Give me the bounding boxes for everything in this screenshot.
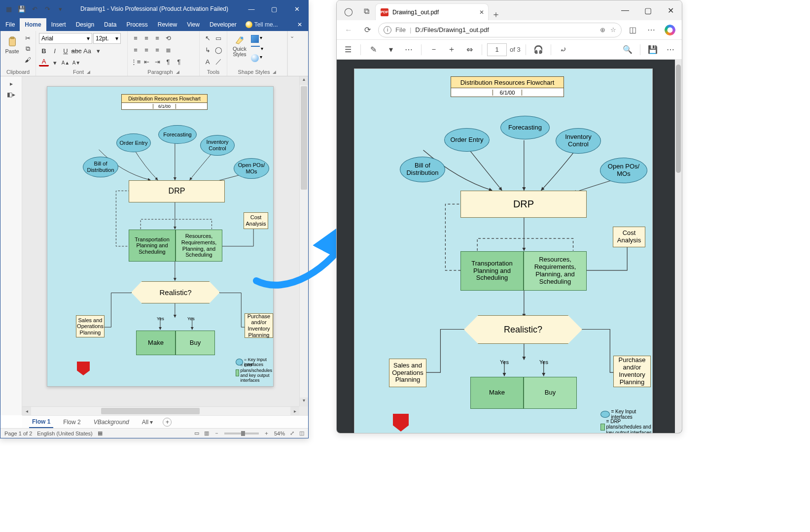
node-transport[interactable]: Transportation Planning and Scheduling [129,230,176,262]
zoom-out-button[interactable]: － [214,430,219,437]
tab-developer[interactable]: Developer [205,18,242,31]
font-case-button[interactable]: ▾ [93,46,103,56]
shape-fill-button[interactable]: ▾ [251,35,263,43]
node-open-po[interactable]: Open POs/ MOs [234,158,269,179]
ellipse-tool-button[interactable]: ◯ [213,45,223,55]
shrink-font-button[interactable]: A▼ [71,58,81,67]
shapes-stencil-icon[interactable]: ◧▸ [7,91,15,98]
page-tab-all[interactable]: All ▾ [139,417,156,428]
copy-icon[interactable]: ⧉ [23,44,33,54]
justify-button[interactable]: ≣ [163,45,173,55]
grow-font-button[interactable]: A▲ [61,58,70,67]
page-tab-vbackground[interactable]: VBackground [91,417,132,428]
node-inventory[interactable]: Inventory Control [200,135,235,156]
add-page-button[interactable]: + [163,418,172,427]
nav-back-button[interactable]: ← [341,22,356,38]
dec-indent-button[interactable]: ⇤ [141,57,151,66]
align-center-button[interactable]: ≡ [141,45,151,55]
tab-close-icon[interactable]: ✕ [479,9,484,16]
shape-line-button[interactable]: ▾ [251,46,263,51]
bold-button[interactable]: B [39,46,49,56]
node-cost[interactable]: Cost Analysis [244,212,268,229]
tell-me[interactable]: Tell me... [242,18,282,31]
tab-home[interactable]: Home [20,18,46,31]
edge-close-button[interactable]: ✕ [659,0,682,20]
pdf-scroll-thumb[interactable] [676,65,681,173]
status-language[interactable]: English (United States) [37,431,93,436]
inc-indent-button[interactable]: ⇥ [152,57,162,66]
node-realistic[interactable]: Realistic? [131,281,220,303]
format-painter-icon[interactable]: 🖌 [23,55,33,65]
copilot-icon[interactable] [662,22,678,38]
para-spacing-button[interactable]: ¶ [163,57,173,66]
tab-file[interactable]: File [0,18,20,31]
node-forecasting[interactable]: Forecasting [158,125,197,144]
pointer-tool-button[interactable]: ↖ [203,33,212,43]
node-resources[interactable]: Resources, Requirements, Planning, and S… [176,230,222,262]
shapes-pane-collapsed[interactable]: ▸ ◧▸ [0,76,22,415]
horizontal-scrollbar[interactable]: ◂▸ [22,406,299,415]
view-normal-icon[interactable]: ▥ [204,430,209,436]
address-bar[interactable]: i File | D:/Files/Drawing1_out.pdf ⊕ ☆ [378,23,622,37]
save-icon[interactable]: 💾 [645,42,660,57]
zoom-in-button[interactable]: ＋ [264,430,269,437]
pdf-viewport[interactable]: Distribution Resources Flowchart 6/1/00 … [337,60,682,433]
zoom-out-icon[interactable]: － [426,42,441,57]
maximize-button[interactable]: ▢ [263,5,285,13]
orientation-button[interactable]: ⟲ [163,33,173,43]
ribbon-close-icon[interactable]: ✕ [291,18,308,31]
vscroll-thumb[interactable] [301,86,307,190]
align-top-button[interactable]: ≡ [131,33,141,43]
pdf-vertical-scrollbar[interactable] [675,60,682,433]
tab-process[interactable]: Process [121,18,152,31]
text-highlight-button[interactable]: Aa [82,46,92,56]
node-purchase[interactable]: Purchase and/or Inventory Planning [245,313,273,338]
node-drp[interactable]: DRP [129,180,225,202]
settings-more-icon[interactable]: ⋯ [643,22,659,38]
zoom-slider[interactable] [224,432,259,434]
read-aloud-icon[interactable]: 🎧 [531,42,546,57]
page-tab-flow2[interactable]: Flow 2 [60,417,83,428]
node-bod[interactable]: Bill of Distribution [83,157,118,177]
font-size-combo[interactable]: 12pt.▾ [93,33,121,44]
more-tools-icon[interactable]: ⋯ [401,42,416,57]
cut-icon[interactable]: ✂ [23,33,33,43]
contents-icon[interactable]: ☰ [341,42,355,57]
node-buy[interactable]: Buy [176,331,215,355]
highlight-icon[interactable]: ✎ [366,42,381,57]
strike-button[interactable]: abc [71,46,81,56]
fit-page-button[interactable]: ⤢ [290,430,294,436]
edge-maximize-button[interactable]: ▢ [636,0,659,20]
ribbon-collapse-button[interactable]: ⌄ [287,31,296,76]
tab-data[interactable]: Data [99,18,121,31]
node-make[interactable]: Make [136,331,176,355]
paste-button[interactable]: Paste [3,33,21,58]
zoom-level[interactable]: 54% [274,431,285,436]
pan-zoom-button[interactable]: ◫ [299,430,304,436]
new-tab-button[interactable]: ＋ [489,8,503,20]
tab-review[interactable]: Review [153,18,182,31]
node-sales-ops[interactable]: Sales and Operations Planning [76,315,105,337]
font-dialog-launcher[interactable]: ◢ [87,69,90,74]
align-right-button[interactable]: ≡ [152,45,162,55]
shapestyle-dialog-launcher[interactable]: ◢ [273,69,276,74]
font-color-button[interactable]: A [39,58,49,66]
vertical-scrollbar[interactable]: ▴▾ [299,76,308,406]
text-tool-button[interactable]: A [203,57,212,66]
line-tool-button[interactable]: ／ [213,57,223,66]
qat-redo-icon[interactable]: ↷ [42,4,53,14]
nav-refresh-button[interactable]: ⟳ [359,22,375,38]
find-icon[interactable]: 🔍 [620,42,635,57]
rotate-icon[interactable]: ⤾ [556,42,571,57]
favorite-icon[interactable]: ☆ [610,26,616,33]
align-bottom-button[interactable]: ≡ [152,33,162,43]
tab-insert[interactable]: Insert [46,18,71,31]
italic-button[interactable]: I [50,46,60,56]
toolbar-more-icon[interactable]: ⋯ [663,42,678,57]
tab-view[interactable]: View [182,18,205,31]
connector-tool-button[interactable]: ↳ [203,45,212,55]
align-middle-button[interactable]: ≡ [141,33,151,43]
tab-actions-icon[interactable]: ⧉ [357,2,375,20]
presentation-mode-icon[interactable]: ▭ [194,430,199,436]
expand-shapes-icon[interactable]: ▸ [10,80,13,87]
